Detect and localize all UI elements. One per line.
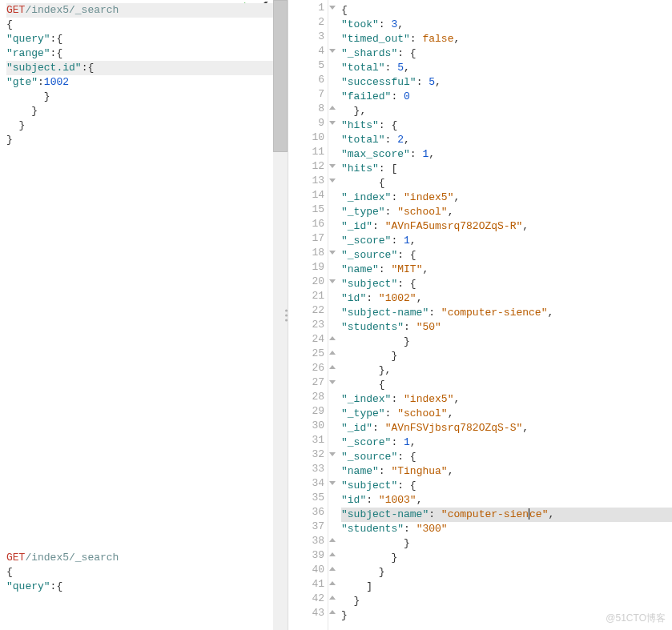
editor-line[interactable]: [6, 162, 281, 176]
response-line[interactable]: "subject-name": "computer-sience",: [341, 508, 672, 522]
response-line[interactable]: "subject-name": "computer-sience",: [341, 306, 672, 320]
response-line[interactable]: "name": "MIT",: [341, 263, 672, 277]
response-line[interactable]: "id": "1002",: [341, 291, 672, 306]
response-line[interactable]: "_shards": {: [341, 46, 672, 61]
editor-line[interactable]: [6, 479, 281, 493]
editor-line[interactable]: [6, 378, 281, 392]
editor-line[interactable]: [6, 335, 281, 349]
editor-line[interactable]: [6, 536, 281, 551]
response-line[interactable]: "subject": {: [341, 479, 672, 493]
editor-line[interactable]: [6, 205, 281, 219]
response-line[interactable]: "subject": {: [341, 277, 672, 291]
pane-divider-handle[interactable]: [285, 309, 288, 321]
response-line[interactable]: "_type": "school",: [341, 407, 672, 421]
response-line[interactable]: }: [341, 594, 672, 608]
gutter-line: 30: [288, 418, 328, 432]
response-line[interactable]: "total": 2,: [341, 133, 672, 147]
editor-line[interactable]: GET /index5/_search: [6, 3, 281, 18]
gutter-line: 3: [288, 29, 328, 43]
gutter-line: 2: [288, 14, 328, 29]
response-line[interactable]: "successful": 5,: [341, 75, 672, 90]
gutter-line: 17: [288, 231, 328, 245]
response-line[interactable]: "total": 5,: [341, 61, 672, 75]
response-line[interactable]: "hits": [: [341, 162, 672, 176]
response-line[interactable]: "_source": {: [341, 248, 672, 263]
response-line[interactable]: ]: [341, 580, 672, 594]
response-line[interactable]: "timed_out": false,: [341, 32, 672, 46]
editor-line[interactable]: [6, 277, 281, 291]
editor-line[interactable]: [6, 219, 281, 234]
editor-line[interactable]: [6, 421, 281, 435]
editor-line[interactable]: GET /index5/_search: [6, 551, 281, 565]
left-scrollbar-thumb[interactable]: [273, 0, 288, 152]
response-line[interactable]: }: [341, 349, 672, 363]
editor-line[interactable]: "range":{: [6, 46, 281, 61]
response-line[interactable]: "_id": "AVnFSVjbsrq782OZqS-S",: [341, 421, 672, 435]
editor-line[interactable]: [6, 263, 281, 277]
response-line[interactable]: }: [341, 565, 672, 580]
response-line[interactable]: {: [341, 378, 672, 392]
response-line[interactable]: "failed": 0: [341, 90, 672, 104]
gutter-line: 20: [288, 274, 328, 288]
editor-line[interactable]: [6, 493, 281, 508]
editor-line[interactable]: [6, 191, 281, 205]
response-line[interactable]: "_score": 1,: [341, 435, 672, 450]
response-line[interactable]: }: [341, 335, 672, 349]
editor-line[interactable]: [6, 320, 281, 335]
response-gutter: 1234567891011121314151617181920212223242…: [288, 0, 328, 630]
response-line[interactable]: }: [341, 608, 672, 623]
response-line[interactable]: "name": "Tinghua",: [341, 464, 672, 479]
response-line[interactable]: }: [341, 536, 672, 551]
response-line[interactable]: "id": "1003",: [341, 493, 672, 508]
response-line[interactable]: },: [341, 104, 672, 118]
response-line[interactable]: "_source": {: [341, 450, 672, 464]
gutter-line: 24: [288, 331, 328, 346]
response-editor[interactable]: { "took": 3, "timed_out": false, "_shard…: [328, 0, 672, 626]
gutter-line: 15: [288, 202, 328, 216]
editor-line[interactable]: [6, 522, 281, 536]
app-root: GET /index5/_search{ "query":{ "range":{…: [0, 0, 672, 630]
editor-line[interactable]: "gte":1002: [6, 75, 281, 90]
response-line[interactable]: "_score": 1,: [341, 234, 672, 248]
response-line[interactable]: "_id": "AVnFA5umsrq782OZqS-R",: [341, 219, 672, 234]
editor-line[interactable]: [6, 248, 281, 263]
response-line[interactable]: "hits": {: [341, 118, 672, 133]
gutter-line: 8: [288, 101, 328, 115]
gutter-line: 36: [288, 504, 328, 519]
response-line[interactable]: {: [341, 176, 672, 191]
editor-line[interactable]: [6, 392, 281, 407]
response-line[interactable]: "max_score": 1,: [341, 147, 672, 162]
editor-line[interactable]: "query":{: [6, 32, 281, 46]
editor-line[interactable]: [6, 291, 281, 306]
editor-line[interactable]: [6, 435, 281, 450]
editor-line[interactable]: [6, 464, 281, 479]
editor-line[interactable]: [6, 407, 281, 421]
editor-line[interactable]: "query":{: [6, 580, 281, 594]
response-line[interactable]: "students": "300": [341, 522, 672, 536]
editor-line[interactable]: {: [6, 565, 281, 580]
response-line[interactable]: "_index": "index5",: [341, 392, 672, 407]
editor-line[interactable]: [6, 234, 281, 248]
editor-line[interactable]: }: [6, 133, 281, 147]
editor-line[interactable]: "subject.id":{: [6, 61, 281, 75]
editor-line[interactable]: [6, 349, 281, 363]
editor-line[interactable]: [6, 363, 281, 378]
editor-line[interactable]: }: [6, 104, 281, 118]
editor-line[interactable]: [6, 508, 281, 522]
response-line[interactable]: "_index": "index5",: [341, 191, 672, 205]
editor-line[interactable]: }: [6, 90, 281, 104]
response-line[interactable]: }: [341, 551, 672, 565]
editor-line[interactable]: [6, 450, 281, 464]
editor-line[interactable]: }: [6, 118, 281, 133]
editor-line[interactable]: [6, 306, 281, 320]
editor-line[interactable]: [6, 176, 281, 191]
editor-line[interactable]: {: [6, 18, 281, 32]
response-line[interactable]: },: [341, 363, 672, 378]
gutter-line: 10: [288, 130, 328, 144]
request-editor[interactable]: GET /index5/_search{ "query":{ "range":{…: [0, 0, 288, 597]
response-line[interactable]: "_type": "school",: [341, 205, 672, 219]
response-line[interactable]: {: [341, 3, 672, 18]
response-line[interactable]: "students": "50": [341, 320, 672, 335]
response-line[interactable]: "took": 3,: [341, 18, 672, 32]
editor-line[interactable]: [6, 147, 281, 162]
